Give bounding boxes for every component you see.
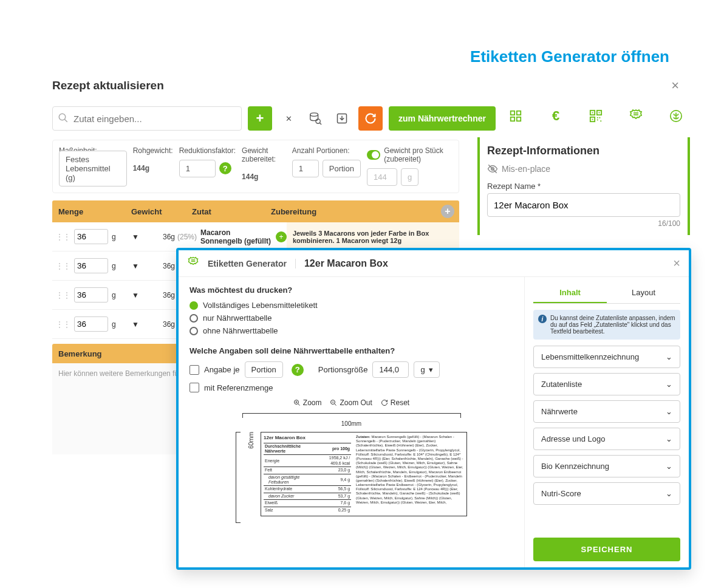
close-panel-button[interactable]: × [671, 78, 679, 94]
radio-icon [190, 327, 198, 335]
qty-input[interactable] [74, 287, 108, 303]
add-ingredient-button[interactable]: + [248, 106, 272, 131]
qty-input[interactable] [74, 316, 108, 332]
radio-icon [190, 314, 198, 323]
add-prep-icon[interactable]: + [276, 231, 287, 242]
label-height: 60mm [248, 432, 254, 449]
help-icon[interactable]: ? [219, 162, 231, 174]
svg-line-8 [319, 123, 321, 125]
qty-input[interactable] [74, 229, 108, 244]
qr-icon[interactable] [588, 108, 604, 124]
zoom-out-button[interactable]: Zoom Out [330, 398, 372, 407]
reduction-label: Reduktionsfaktor: [179, 146, 236, 155]
chevron-down-icon: ⌄ [666, 462, 672, 471]
reference-label: mit Referenzmenge [204, 383, 273, 392]
reduction-input[interactable]: 1 [179, 160, 216, 177]
mass-unit-select[interactable]: Festes Lebensmittel (g) [59, 151, 127, 186]
row-weight: 36g [145, 291, 175, 299]
database-icon[interactable] [305, 108, 326, 129]
print-option-nutrition-label: nur Nährwerttabelle [203, 313, 272, 323]
per-piece-unit[interactable]: g [401, 168, 418, 186]
label-preview: 12er Macaron Box Durchschnittliche Nährw… [261, 432, 467, 516]
modal-right-panel: Inhalt Layout i Du kannst deine Zutatenl… [525, 277, 689, 567]
allergen-icon[interactable] [668, 108, 684, 124]
recipe-name-input[interactable] [487, 193, 680, 217]
dropdown-icon[interactable]: ▼ [126, 291, 145, 299]
accordion-item[interactable]: Nutri-Score⌄ [533, 482, 680, 505]
clear-icon[interactable]: ✕ [278, 108, 299, 129]
col-gewicht: Gewicht [125, 207, 186, 216]
accordion-label: Adresse und Logo [541, 434, 606, 443]
portion-unit[interactable]: Portion [323, 160, 361, 177]
drag-handle-icon[interactable]: ⋮⋮ [52, 291, 74, 299]
print-option-full[interactable]: Vollständiges Lebensmitteletikett [190, 301, 513, 310]
download-icon[interactable] [332, 108, 352, 129]
print-option-no-nutrition[interactable]: ohne Nährwerttabelle [190, 326, 513, 335]
drag-handle-icon[interactable]: ⋮⋮ [52, 262, 74, 270]
dropdown-icon[interactable]: ▼ [126, 262, 145, 270]
portions-input[interactable]: 1 [292, 160, 319, 177]
drag-handle-icon[interactable]: ⋮⋮ [52, 233, 74, 241]
per-portion-checkbox[interactable] [190, 365, 199, 375]
tip-text: Du kannst deine Zutatenliste anpassen, i… [550, 315, 675, 335]
add-row-button[interactable]: + [441, 205, 454, 218]
portion-size-unit[interactable]: g ▾ [414, 361, 439, 378]
tab-inhalt[interactable]: Inhalt [533, 283, 607, 303]
refresh-button[interactable] [358, 106, 383, 131]
mis-en-place-toggle[interactable]: Mis-en-place [487, 163, 680, 174]
svg-rect-12 [511, 117, 514, 121]
grid-icon[interactable] [508, 108, 524, 124]
euro-icon[interactable]: € [548, 108, 564, 124]
ingredient-name: Macaron Sonnengelb (gefüllt) [200, 228, 273, 245]
zoom-in-button[interactable]: Zoom [293, 398, 322, 407]
dropdown-icon[interactable]: ▼ [126, 233, 145, 241]
svg-line-36 [335, 404, 336, 406]
svg-line-32 [298, 404, 299, 406]
accordion-item[interactable]: Zutatenliste⌄ [533, 373, 680, 395]
preparation-text[interactable]: Jeweils 3 Macarons von jeder Farbe in Bo… [287, 222, 459, 251]
ingredient-search[interactable] [52, 106, 242, 131]
ingredient-search-input[interactable] [73, 114, 236, 124]
modal-close-button[interactable]: × [673, 256, 680, 270]
reference-checkbox[interactable] [190, 383, 199, 392]
zoom-toolbar: Zoom Zoom Out Reset [190, 398, 513, 407]
row-weight: 36g [145, 262, 175, 270]
zoom-reset-button[interactable]: Reset [381, 398, 409, 407]
help-icon[interactable]: ? [292, 364, 304, 376]
per-unit-select[interactable]: Portion [245, 361, 283, 378]
label-generator-icon[interactable] [628, 108, 644, 124]
svg-rect-11 [517, 111, 521, 115]
search-icon [58, 112, 69, 125]
modal-label: Etiketten Generator [208, 259, 296, 268]
save-button[interactable]: SPEICHERN [533, 538, 680, 561]
drag-handle-icon[interactable]: ⋮⋮ [52, 320, 74, 329]
nutrition-calculator-button[interactable]: zum Nährwertrechner [389, 106, 496, 131]
tab-layout[interactable]: Layout [607, 283, 680, 303]
svg-rect-19 [592, 119, 593, 120]
per-portion-label: Angabe je [204, 365, 240, 374]
info-icon: i [538, 315, 547, 323]
portion-size-input[interactable]: 144,0 [372, 361, 409, 378]
accordion-item[interactable]: Adresse und Logo⌄ [533, 428, 680, 450]
accordion-item[interactable]: Nährwerte⌄ [533, 400, 680, 423]
svg-point-4 [59, 114, 66, 120]
chevron-down-icon: ⌄ [666, 434, 672, 443]
accordion-label: Nährwerte [541, 407, 578, 416]
svg-point-6 [310, 113, 318, 117]
print-option-nutrition-only[interactable]: nur Nährwerttabelle [190, 313, 513, 323]
unit: g [108, 291, 126, 299]
qty-input[interactable] [74, 258, 108, 273]
col-zubereitung: Zubereitung [265, 207, 441, 216]
recipe-info-title: Rezept-Informationen [487, 145, 680, 157]
accordion-item[interactable]: Bio Kennzeichnung⌄ [533, 455, 680, 477]
accordion-item[interactable]: Lebensmittelkennzeichnung⌄ [533, 346, 680, 368]
chevron-down-icon: ⌄ [666, 407, 672, 416]
per-piece-input[interactable]: 144 [367, 168, 397, 186]
measurements-row: Maßeinheit:Festes Lebensmittel (g) Rohge… [52, 140, 459, 193]
unit: g [108, 262, 126, 270]
label-width: 100mm [242, 420, 461, 427]
dropdown-icon[interactable]: ▼ [126, 320, 145, 329]
panel-title: Rezept aktualisieren [52, 74, 691, 103]
chevron-down-icon: ⌄ [666, 380, 672, 389]
per-piece-toggle[interactable] [367, 150, 380, 160]
